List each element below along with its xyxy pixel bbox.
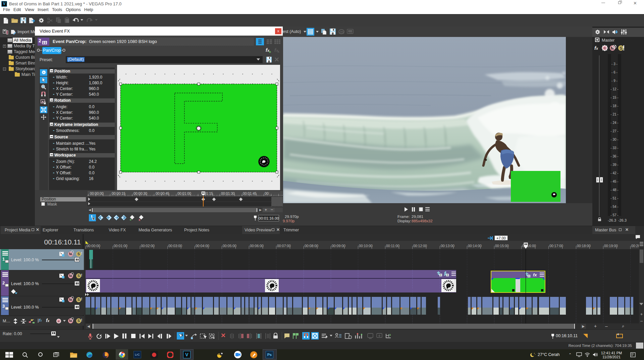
svg-text:R: R [604,47,606,50]
svg-text:+: + [389,333,391,337]
svg-text:x: x [139,218,141,221]
svg-text:+: + [129,218,131,221]
svg-text:360: 360 [340,31,344,33]
svg-text:S: S [620,46,623,51]
svg-text:R: R [58,320,60,323]
svg-text:fx: fx [533,272,537,277]
svg-text:HDR: HDR [348,32,353,34]
